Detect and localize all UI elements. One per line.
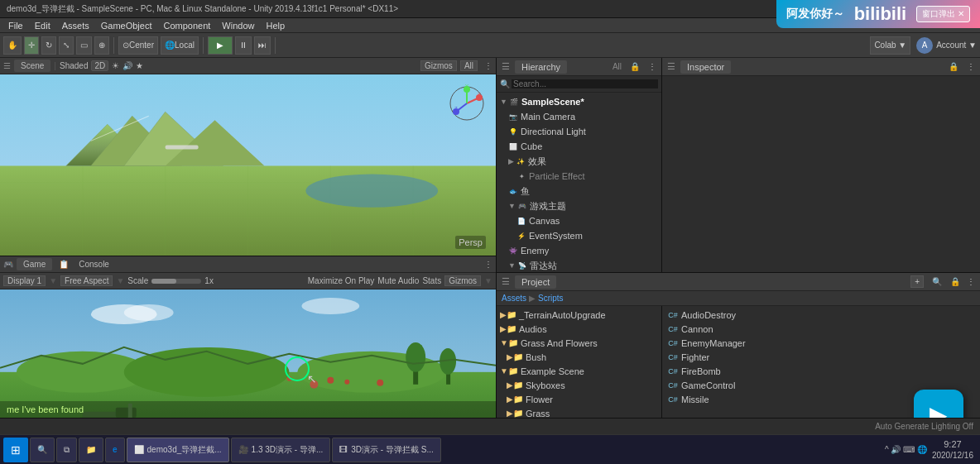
project-add-button[interactable]: +	[910, 275, 924, 288]
menu-gameobject[interactable]: GameObject	[96, 18, 157, 33]
hierarchy-search-input[interactable]	[512, 79, 658, 88]
game-tab[interactable]: Game	[17, 258, 52, 270]
hierarchy-options[interactable]: ⋮	[648, 62, 656, 71]
colab-button[interactable]: Colab ▼	[870, 36, 910, 55]
hierarchy-item-cube[interactable]: ⬜ Cube	[497, 139, 661, 154]
hierarchy-lock[interactable]: 🔒	[630, 62, 640, 71]
menu-edit[interactable]: Edit	[30, 18, 55, 33]
step-button[interactable]: ⏭	[254, 36, 271, 55]
tool-rect[interactable]: ▭	[76, 36, 92, 55]
project-tree-bush[interactable]: ▶📁 Bush	[497, 350, 661, 364]
menu-component[interactable]: Component	[158, 18, 215, 33]
project-search-icon[interactable]: 🔍	[932, 277, 942, 286]
start-button[interactable]: ⊞	[3, 438, 28, 462]
file-cannon[interactable]: C# Cannon	[665, 322, 977, 336]
breadcrumb-scripts[interactable]: Scripts	[538, 294, 564, 303]
file-audiodestroy[interactable]: C# AudioDestroy	[665, 308, 977, 322]
hierarchy-item-samplescene[interactable]: ▼ 🎬 SampleScene*	[497, 94, 661, 109]
project-tree-grassflowers[interactable]: ▼📁 Grass And Flowers	[497, 336, 661, 350]
tool-scale[interactable]: ⤡	[59, 36, 74, 55]
taskbar-item-1[interactable]: 🎥 1.3 3D演示 - 导弹...	[231, 438, 331, 462]
bilibili-popup-button[interactable]: 窗口弹出 ✕	[916, 6, 970, 22]
tool-rotate[interactable]: ↻	[41, 36, 56, 55]
inspector-lock[interactable]: 🔒	[949, 62, 958, 71]
scene-fx-icon[interactable]: ★	[136, 61, 143, 70]
file-label-firebomb: FireBomb	[681, 366, 721, 376]
project-breadcrumb: Assets ▶ Scripts	[497, 291, 980, 306]
scene-toolbar: ☰ Scene | Shaded 2D ☀ 🔊 ★ Gizmos All ⋮	[0, 58, 496, 74]
all-label[interactable]: All	[460, 60, 478, 71]
menu-help[interactable]: Help	[261, 18, 290, 33]
taskbar-unity[interactable]: ⬜ demo3d_导弹拦截...	[127, 438, 229, 462]
hierarchy-item-maincamera[interactable]: 📷 Main Camera	[497, 109, 661, 124]
options-btn[interactable]: ⋮	[484, 260, 492, 269]
scene-lighting-icon[interactable]: ☀	[112, 61, 119, 70]
hierarchy-item-radarstation[interactable]: ▼ 📡 雷达站	[497, 258, 661, 272]
taskbar-item-2[interactable]: 🎞 3D演示 - 导弹拦截 S...	[332, 438, 440, 462]
project-tree-skyboxes[interactable]: ▶📁 Skyboxes	[497, 378, 661, 392]
pivot-toggle[interactable]: ⊙ Center	[118, 36, 158, 55]
scene-tab[interactable]: Scene	[14, 60, 50, 72]
tool-move[interactable]: ✛	[24, 36, 39, 55]
project-options[interactable]: ⋮	[967, 277, 975, 286]
hierarchy-item-enemy1[interactable]: 👾 Enemy	[497, 243, 661, 258]
hierarchy-item-gametheme[interactable]: ▼ 🎮 游戏主题	[497, 199, 661, 213]
folder-icon: ▼📁	[500, 338, 518, 347]
hierarchy-item-particleeffect[interactable]: ✦ Particle Effect	[497, 169, 661, 184]
project-tree-flower[interactable]: ▶📁 Flower	[497, 392, 661, 406]
tool-all[interactable]: ⊕	[94, 36, 109, 55]
hierarchy-item-canvas[interactable]: 📄 Canvas	[497, 213, 661, 228]
menu-file[interactable]: File	[3, 18, 28, 33]
hierarchy-tab[interactable]: Hierarchy	[515, 60, 567, 74]
file-label-gamecontrol: GameControl	[681, 380, 735, 390]
menu-assets[interactable]: Assets	[57, 18, 94, 33]
project-tree-audios[interactable]: ▶📁 Audios	[497, 322, 661, 336]
folder-icon: ▶📁	[507, 409, 523, 418]
game-icon: 🎮	[3, 260, 13, 269]
game-gizmos[interactable]: Gizmos	[444, 275, 481, 286]
scene-2d-toggle[interactable]: 2D	[91, 60, 108, 71]
tool-hand[interactable]: ✋	[3, 36, 22, 55]
taskbar-search[interactable]: 🔍	[30, 438, 55, 462]
scene-viewport[interactable]: X Y Z Persp	[0, 74, 496, 256]
folder-icon: ▶📁	[507, 352, 523, 361]
mute-audio[interactable]: Mute Audio	[377, 276, 419, 285]
inspector-icon: ☰	[667, 61, 675, 72]
hierarchy-item-directionallight[interactable]: 💡 Directional Light	[497, 124, 661, 139]
stats-btn[interactable]: Stats	[422, 276, 441, 285]
file-enemymanager[interactable]: C# EnemyManager	[665, 336, 977, 350]
scene-audio-icon[interactable]: 🔊	[122, 61, 132, 70]
display-label[interactable]: Display 1	[3, 275, 46, 286]
inspector-tab[interactable]: Inspector	[680, 60, 731, 74]
app-icon-2: 🎞	[339, 445, 348, 454]
pause-button[interactable]: ⏸	[235, 36, 252, 55]
play-button[interactable]: ▶	[208, 36, 233, 55]
project-tree-examplescene[interactable]: ▼📁 Example Scene	[497, 364, 661, 378]
menu-window[interactable]: Window	[217, 18, 259, 33]
taskbar-taskview[interactable]: ⧉	[56, 438, 77, 462]
file-fighter[interactable]: C# Fighter	[665, 350, 977, 364]
gizmos-label[interactable]: Gizmos	[420, 60, 457, 71]
scene-options[interactable]: ⋮	[484, 61, 492, 70]
project-tree-terrainupgrade[interactable]: ▶📁 _TerrainAutoUpgrade	[497, 308, 661, 322]
hierarchy-item-effect[interactable]: ▶ ✨ 效果	[497, 154, 661, 169]
taskbar-fileexplorer[interactable]: 📁	[79, 438, 103, 462]
shading-mode[interactable]: Shaded	[60, 61, 88, 70]
account-label[interactable]: Account ▼	[936, 41, 977, 50]
hierarchy-item-fish[interactable]: 🐟 鱼	[497, 184, 661, 199]
maximize-on-play[interactable]: Maximize On Play	[308, 276, 375, 285]
scene-viewport-content[interactable]: X Y Z Persp	[0, 74, 496, 256]
space-toggle[interactable]: 🌐 Local	[161, 36, 199, 55]
scale-slider[interactable]	[151, 279, 201, 284]
project-tab[interactable]: Project	[515, 275, 556, 289]
hierarchy-all[interactable]: All	[612, 62, 622, 71]
inspector-options[interactable]: ⋮	[967, 62, 975, 71]
console-tab[interactable]: Console	[72, 258, 116, 270]
toolbar-separator-3	[275, 37, 276, 54]
hierarchy-item-eventsystem[interactable]: ⚡ EventSystem	[497, 228, 661, 243]
file-firebomb[interactable]: C# FireBomb	[665, 364, 977, 378]
aspect-label[interactable]: Free Aspect	[60, 275, 113, 286]
taskbar-edge[interactable]: e	[105, 438, 125, 462]
breadcrumb-assets[interactable]: Assets	[502, 294, 526, 303]
project-lock[interactable]: 🔒	[950, 277, 960, 286]
